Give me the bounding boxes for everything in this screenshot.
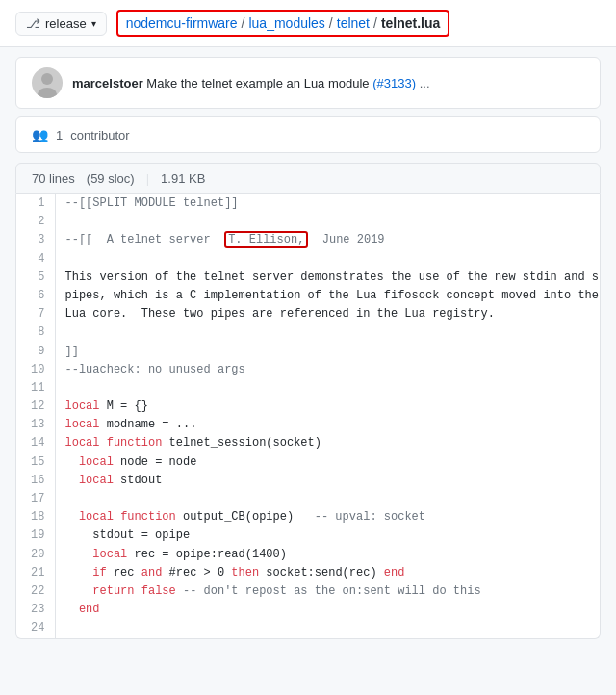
table-row: 11 <box>16 379 601 398</box>
table-row: 15 local node = node <box>16 453 601 472</box>
line-number: 14 <box>16 434 55 452</box>
people-icon: 👥 <box>32 127 48 142</box>
line-code: --[[SPLIT MODULE telnet]] <box>55 194 601 213</box>
line-code: local stdout <box>55 472 601 490</box>
commit-dots-text: ... <box>420 76 430 90</box>
table-row: 8 <box>16 323 601 342</box>
line-number: 8 <box>16 323 55 342</box>
table-row: 13local modname = ... <box>16 416 601 434</box>
line-code: if rec and #rec > 0 then socket:send(rec… <box>55 564 601 582</box>
code-table: 1--[[SPLIT MODULE telnet]]23--[[ A telne… <box>16 194 601 638</box>
file-info-sep: | <box>146 171 149 186</box>
line-number: 7 <box>16 305 55 323</box>
table-row: 16 local stdout <box>16 472 601 490</box>
line-code: local rec = opipe:read(1400) <box>55 546 601 564</box>
line-number: 4 <box>16 250 55 269</box>
commit-pr-link[interactable]: (#3133) <box>372 76 416 90</box>
breadcrumb-sep-3: / <box>373 15 377 31</box>
breadcrumb-sep-2: / <box>329 15 333 31</box>
line-number: 1 <box>16 194 55 213</box>
table-row: 24 <box>16 619 601 637</box>
branch-label: release <box>45 16 87 31</box>
line-code <box>55 323 601 342</box>
table-row: 21 if rec and #rec > 0 then socket:send(… <box>16 564 601 582</box>
line-number: 3 <box>16 231 55 249</box>
table-row: 17 <box>16 490 601 508</box>
line-code: local M = {} <box>55 398 601 416</box>
table-row: 3--[[ A telnet server T. Ellison, June 2… <box>16 231 601 249</box>
table-row: 18 local function output_CB(opipe) -- up… <box>16 508 601 527</box>
table-row: 2 <box>16 213 601 231</box>
line-code: This version of the telnet server demons… <box>55 269 601 287</box>
line-code: Lua core. These two pipes are referenced… <box>55 305 601 323</box>
file-info-bar: 70 lines (59 sloc) | 1.91 KB <box>15 163 601 194</box>
file-lines: 70 lines <box>32 171 75 186</box>
chevron-down-icon: ▾ <box>91 18 96 29</box>
line-code: local modname = ... <box>55 416 601 434</box>
breadcrumb-current: telnet.lua <box>381 15 440 31</box>
line-number: 18 <box>16 508 55 527</box>
top-bar: ⎇ release ▾ nodemcu-firmware / lua_modul… <box>0 0 616 47</box>
line-number: 5 <box>16 269 55 287</box>
line-code <box>55 213 601 231</box>
line-number: 16 <box>16 472 55 490</box>
line-number: 11 <box>16 379 55 398</box>
line-number: 2 <box>16 213 55 231</box>
table-row: 6pipes, which is a C implementation of t… <box>16 287 601 305</box>
line-number: 21 <box>16 564 55 582</box>
file-sloc: (59 sloc) <box>87 171 135 186</box>
table-row: 5This version of the telnet server demon… <box>16 269 601 287</box>
svg-point-0 <box>41 73 53 85</box>
code-container: 1--[[SPLIT MODULE telnet]]23--[[ A telne… <box>15 194 601 639</box>
line-code: local function telnet_session(socket) <box>55 434 601 452</box>
breadcrumb-link-root[interactable]: nodemcu-firmware <box>126 15 238 31</box>
line-number: 9 <box>16 343 55 361</box>
line-code: local node = node <box>55 453 601 472</box>
table-row: 14local function telnet_session(socket) <box>16 434 601 452</box>
breadcrumb-link-2[interactable]: telnet <box>337 15 370 31</box>
line-code <box>55 250 601 269</box>
line-code: pipes, which is a C implementation of th… <box>55 287 601 305</box>
line-code: return false -- don't repost as the on:s… <box>55 582 601 601</box>
contributor-count: 1 <box>56 128 63 142</box>
line-number: 17 <box>16 490 55 508</box>
table-row: 20 local rec = opipe:read(1400) <box>16 546 601 564</box>
line-number: 20 <box>16 546 55 564</box>
line-number: 12 <box>16 398 55 416</box>
table-row: 19 stdout = opipe <box>16 527 601 545</box>
table-row: 1--[[SPLIT MODULE telnet]] <box>16 194 601 213</box>
line-code: --luacheck: no unused args <box>55 361 601 379</box>
line-code: stdout = opipe <box>55 527 601 545</box>
branch-icon: ⎇ <box>26 16 40 31</box>
breadcrumb-link-1[interactable]: lua_modules <box>248 15 324 31</box>
contributor-bar: 👥 1 contributor <box>15 116 601 153</box>
table-row: 23 end <box>16 601 601 619</box>
commit-message-text: Make the telnet example an Lua module <box>146 76 369 90</box>
table-row: 4 <box>16 250 601 269</box>
branch-selector[interactable]: ⎇ release ▾ <box>15 12 107 36</box>
commit-info: marcelstoer Make the telnet example an L… <box>72 76 584 90</box>
svg-point-1 <box>38 88 57 98</box>
line-code <box>55 619 601 637</box>
commit-author[interactable]: marcelstoer <box>72 76 143 90</box>
line-number: 24 <box>16 619 55 637</box>
breadcrumb-sep-1: / <box>242 15 245 31</box>
line-number: 23 <box>16 601 55 619</box>
table-row: 10--luacheck: no unused args <box>16 361 601 379</box>
line-code <box>55 379 601 398</box>
file-size: 1.91 KB <box>161 171 205 186</box>
line-code: --[[ A telnet server T. Ellison, June 20… <box>55 231 601 249</box>
line-number: 22 <box>16 582 55 601</box>
line-number: 10 <box>16 361 55 379</box>
line-code <box>55 490 601 508</box>
contributor-label: contributor <box>70 128 129 142</box>
line-code: local function output_CB(opipe) -- upval… <box>55 508 601 527</box>
commit-bar: marcelstoer Make the telnet example an L… <box>15 57 601 109</box>
table-row: 7Lua core. These two pipes are reference… <box>16 305 601 323</box>
line-code: ]] <box>55 343 601 361</box>
line-code: end <box>55 601 601 619</box>
table-row: 22 return false -- don't repost as the o… <box>16 582 601 601</box>
breadcrumb: nodemcu-firmware / lua_modules / telnet … <box>116 10 450 37</box>
avatar <box>32 67 63 98</box>
line-number: 13 <box>16 416 55 434</box>
